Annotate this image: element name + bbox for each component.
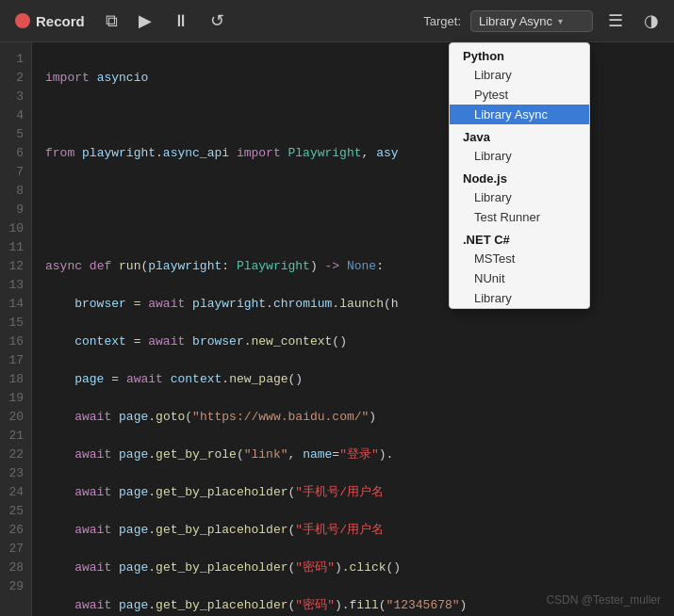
dropdown-item-mstest[interactable]: MSTest	[450, 249, 589, 268]
play-button[interactable]: ▶	[133, 7, 157, 35]
copy-icon: ⧉	[106, 11, 118, 31]
menu-icon: ☰	[608, 10, 623, 31]
code-line-9: page = await context.new_page()	[45, 370, 674, 389]
watermark: CSDN @Tester_muller	[546, 593, 661, 607]
copy-button[interactable]: ⧉	[100, 8, 123, 35]
chevron-down-icon: ▾	[558, 16, 563, 26]
record-icon	[15, 13, 30, 28]
target-label: Target:	[423, 14, 461, 28]
dropdown-item-test-runner[interactable]: Test Runner	[450, 207, 589, 227]
refresh-button[interactable]: ↺	[205, 7, 230, 35]
code-line-13: await page.get_by_placeholder("手机号/用户名	[45, 521, 674, 540]
toolbar: Record ⧉ ▶ ⏸ ↺ Target: Library Async ▾ ☰…	[0, 0, 674, 42]
dropdown-item-nunit[interactable]: NUnit	[450, 268, 589, 288]
menu-button[interactable]: ☰	[602, 7, 629, 35]
code-line-8: context = await browser.new_context()	[45, 332, 674, 351]
dropdown-item-dotnet-library[interactable]: Library	[450, 288, 589, 308]
line-numbers: 12345 678910 1112131415 1617181920 21222…	[0, 42, 32, 616]
target-value: Library Async	[479, 14, 552, 28]
target-dropdown[interactable]: Library Async ▾	[470, 10, 593, 32]
pause-icon: ⏸	[173, 11, 189, 31]
record-button[interactable]: Record	[9, 9, 90, 33]
play-icon: ▶	[139, 10, 152, 31]
dropdown-item-library[interactable]: Library	[450, 65, 589, 85]
dropdown-section-dotnet: .NET C#	[450, 227, 589, 249]
code-line-10: await page.goto("https://www.baidu.com/"…	[45, 408, 674, 427]
dropdown-item-nodejs-library[interactable]: Library	[450, 187, 589, 207]
dropdown-item-library-async[interactable]: Library Async	[450, 105, 589, 124]
dropdown-section-python: Python	[450, 43, 589, 65]
pause-button[interactable]: ⏸	[167, 8, 195, 35]
theme-icon: ◑	[644, 10, 659, 31]
theme-button[interactable]: ◑	[638, 7, 665, 35]
refresh-icon: ↺	[210, 10, 224, 31]
record-label: Record	[36, 13, 85, 29]
dropdown-section-nodejs: Node.js	[450, 166, 589, 187]
code-line-12: await page.get_by_placeholder("手机号/用户名	[45, 483, 674, 502]
code-line-11: await page.get_by_role("link", name="登录"…	[45, 446, 674, 464]
dropdown-item-pytest[interactable]: Pytest	[450, 85, 589, 105]
target-dropdown-popup: Python Library Pytest Library Async Java…	[449, 42, 590, 309]
dropdown-section-java: Java	[450, 124, 589, 146]
code-line-14: await page.get_by_placeholder("密码").clic…	[45, 559, 674, 577]
dropdown-item-java-library[interactable]: Library	[450, 146, 589, 166]
